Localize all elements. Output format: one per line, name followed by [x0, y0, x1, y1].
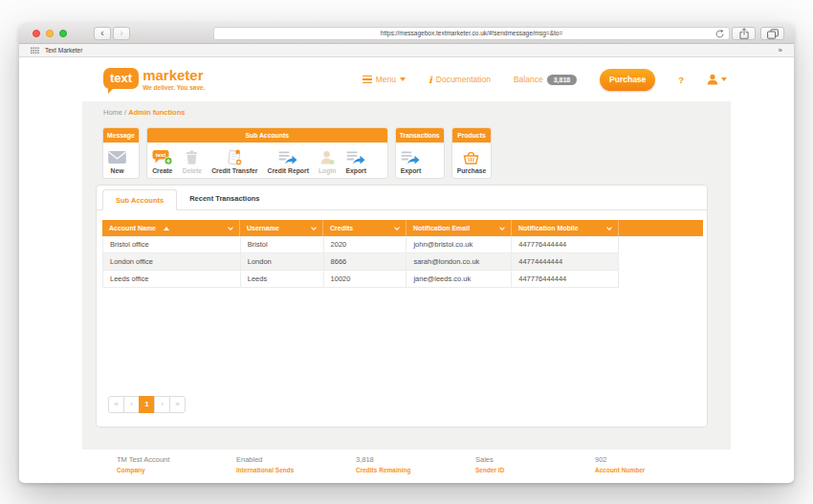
new-message-button[interactable]: New — [103, 142, 131, 178]
pagination-next-button[interactable]: › — [154, 396, 170, 413]
footer-stat-credits-remaining: 3,818 Credits Remaining — [356, 455, 475, 481]
table-row[interactable]: London office London 8666 sarah@london.c… — [103, 253, 618, 271]
pagination-page-1-button[interactable]: 1 — [139, 396, 155, 413]
refresh-icon[interactable] — [715, 30, 724, 42]
create-sub-account-button[interactable]: text Create — [147, 142, 178, 178]
toolbar-item-label: Create — [152, 167, 172, 174]
bookmark-text-marketer[interactable]: Text Marketer — [45, 47, 82, 54]
stat-value: Sales — [475, 455, 595, 464]
cell-account-name: Bristol office — [103, 236, 240, 252]
export-transactions-button[interactable]: Export — [396, 142, 427, 178]
column-header-username[interactable]: Username — [239, 220, 322, 236]
breadcrumb-current: Admin functions — [128, 108, 185, 117]
help-button[interactable]: ? — [678, 75, 684, 85]
stat-label: Sender ID — [475, 467, 595, 473]
purchase-button[interactable]: Purchase — [600, 69, 655, 91]
account-summary-footer: TM Test Account Company Enabled Internat… — [19, 449, 794, 481]
cell-account-name: Leeds office — [103, 271, 240, 287]
column-label: Username — [247, 225, 279, 231]
table-header-row: Account Name Username Credits Notif — [102, 220, 703, 236]
column-menu-icon[interactable] — [228, 225, 233, 230]
cell-notification-mobile: 447776444444 — [511, 271, 618, 287]
close-window-button[interactable] — [33, 30, 40, 37]
cell-notification-email: john@bristol.co.uk — [406, 236, 511, 252]
balance-label: Balance — [514, 75, 543, 84]
app-nav: Menu i Documentation Balance 3,818 Purch… — [363, 69, 727, 91]
column-menu-icon[interactable] — [311, 225, 317, 230]
breadcrumb: Home / Admin functions — [103, 108, 185, 117]
stat-value: 3,818 — [356, 455, 475, 464]
toolbar-item-label: Export — [345, 167, 366, 174]
account-menu[interactable] — [707, 74, 727, 85]
balance-badge: 3,818 — [547, 75, 578, 85]
cell-credits: 2020 — [323, 236, 406, 252]
toolbar-item-label: Credit Report — [267, 167, 308, 174]
column-menu-icon[interactable] — [606, 225, 612, 230]
browser-window: ‹ › https://messagebox.textmarketer.co.u… — [19, 23, 794, 483]
textmarketer-logo[interactable]: text marketer We deliver. You save. — [103, 68, 206, 92]
cell-notification-email: jane@leeds.co.uk — [406, 271, 511, 287]
balance-indicator: Balance 3,818 — [514, 75, 577, 85]
show-tabs-button[interactable] — [760, 27, 784, 40]
bookmarks-overflow-button[interactable]: » — [779, 46, 782, 55]
login-as-sub-account-button[interactable]: Login — [314, 142, 341, 178]
toolbar-group-title: Products — [452, 128, 492, 142]
column-label: Account Name — [109, 225, 156, 231]
minimize-window-button[interactable] — [46, 30, 54, 37]
toolbar-group-title: Message — [103, 128, 139, 142]
toolbar-item-label: New — [111, 167, 124, 174]
breadcrumb-separator: / — [124, 108, 126, 117]
toolbar-group-message: Message New — [102, 127, 140, 179]
pagination-prev-button[interactable]: ‹ — [123, 396, 140, 413]
column-header-account-name[interactable]: Account Name — [102, 220, 239, 236]
document-transfer-icon — [227, 149, 242, 165]
document-export-icon — [278, 149, 297, 165]
delete-sub-account-button[interactable]: Delete — [178, 142, 207, 178]
column-header-filler — [618, 220, 703, 236]
envelope-icon — [108, 149, 126, 165]
stat-label: Company — [117, 467, 236, 473]
cell-account-name: London office — [103, 253, 240, 270]
footer-stat-sender-id: Sales Sender ID — [475, 455, 595, 481]
zoom-window-button[interactable] — [59, 30, 67, 37]
toolbar-group-transactions: Transactions Export — [395, 127, 445, 179]
page-content: text marketer We deliver. You save. Menu… — [19, 57, 794, 481]
export-sub-accounts-button[interactable]: Export — [341, 142, 371, 178]
stat-value: 902 — [595, 455, 714, 464]
logo-tagline: We deliver. You save. — [143, 84, 205, 91]
bookmarks-bar: Text Marketer » — [19, 44, 794, 57]
favorites-grid-icon[interactable] — [31, 47, 39, 55]
pagination-first-button[interactable]: « — [108, 396, 124, 413]
toolbar-item-label: Credit Transfer — [211, 167, 257, 174]
window-controls — [33, 30, 67, 37]
pagination-last-button[interactable]: » — [169, 396, 186, 413]
table-row[interactable]: Bristol office Bristol 2020 john@bristol… — [103, 236, 618, 253]
menu-dropdown[interactable]: Menu — [363, 75, 406, 84]
toolbar-group-title: Sub Accounts — [147, 128, 387, 142]
tabs-icon — [767, 29, 779, 39]
documentation-link[interactable]: i Documentation — [428, 75, 491, 85]
column-header-notification-mobile[interactable]: Notification Mobile — [511, 220, 618, 236]
forward-button[interactable]: › — [113, 27, 130, 40]
chevron-down-icon — [721, 77, 727, 81]
column-header-credits[interactable]: Credits — [322, 220, 406, 236]
menu-label: Menu — [376, 75, 396, 84]
column-menu-icon[interactable] — [394, 225, 400, 230]
tab-sub-accounts[interactable]: Sub Accounts — [102, 189, 177, 210]
cell-username: London — [240, 253, 323, 270]
credit-report-button[interactable]: Credit Report — [262, 142, 313, 178]
admin-content-area: Home / Admin functions Message New — [82, 101, 731, 451]
purchase-products-button[interactable]: Purchase — [452, 142, 492, 178]
tab-recent-transactions[interactable]: Recent Transactions — [177, 188, 272, 209]
credit-transfer-button[interactable]: Credit Transfer — [207, 142, 262, 178]
back-button[interactable]: ‹ — [94, 27, 111, 40]
column-menu-icon[interactable] — [499, 225, 505, 230]
table-row[interactable]: Leeds office Leeds 10020 jane@leeds.co.u… — [103, 271, 618, 288]
column-header-notification-email[interactable]: Notification Email — [406, 220, 511, 236]
stat-value: TM Test Account — [117, 455, 236, 464]
address-bar[interactable]: https://messagebox.textmarketer.co.uk/#!… — [213, 27, 730, 40]
breadcrumb-home-link[interactable]: Home — [103, 108, 122, 117]
share-button[interactable] — [732, 27, 756, 40]
column-label: Notification Email — [413, 225, 470, 231]
sub-accounts-table: Account Name Username Credits Notif — [102, 220, 703, 288]
